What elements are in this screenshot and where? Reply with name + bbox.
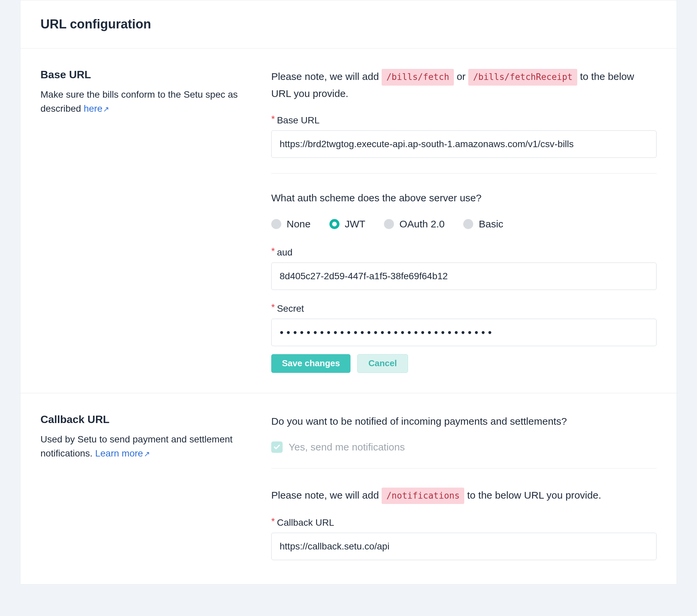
section-callback-url-right: Do you want to be notified of incoming p… (271, 414, 656, 565)
save-changes-button[interactable]: Save changes (271, 354, 351, 373)
divider (271, 468, 656, 468)
auth-scheme-radio-group: None JWT OAuth 2.0 Basic (271, 219, 656, 230)
endpoint-chip-fetch: /bills/fetch (382, 69, 454, 86)
base-url-desc-text: Make sure the bills conform to the Setu … (41, 89, 238, 114)
section-base-url-right: Please note, we will add /bills/fetch or… (271, 69, 656, 373)
base-url-description: Make sure the bills conform to the Setu … (41, 88, 258, 116)
notify-checkbox-row[interactable]: Yes, send me notifications (271, 441, 656, 453)
callback-url-note: Please note, we will add /notifications … (271, 487, 656, 504)
auth-radio-jwt[interactable]: JWT (329, 219, 366, 230)
section-callback-url: Callback URL Used by Setu to send paymen… (20, 393, 677, 585)
required-asterisk: * (271, 114, 275, 124)
base-url-heading: Base URL (41, 69, 258, 81)
base-url-note: Please note, we will add /bills/fetch or… (271, 69, 656, 102)
radio-icon (384, 219, 394, 229)
secret-input[interactable] (271, 319, 656, 346)
auth-radio-oauth[interactable]: OAuth 2.0 (384, 219, 444, 230)
callback-url-heading: Callback URL (41, 414, 258, 426)
aud-field-group: *aud (271, 247, 656, 290)
cancel-button[interactable]: Cancel (357, 354, 408, 373)
radio-icon (271, 219, 281, 229)
callback-url-input[interactable] (271, 533, 656, 560)
auth-scheme-question: What auth scheme does the above server u… (271, 192, 656, 204)
required-asterisk: * (271, 302, 275, 312)
external-link-icon: ↗ (144, 449, 150, 460)
base-url-spec-link[interactable]: here ↗ (84, 103, 109, 114)
aud-input[interactable] (271, 262, 656, 290)
callback-url-description: Used by Setu to send payment and settlem… (41, 432, 258, 461)
endpoint-chip-fetch-receipt: /bills/fetchReceipt (468, 69, 577, 86)
auth-radio-none[interactable]: None (271, 219, 311, 230)
section-callback-url-left: Callback URL Used by Setu to send paymen… (41, 414, 271, 565)
aud-label: *aud (271, 247, 656, 258)
url-configuration-card: URL configuration Base URL Make sure the… (20, 0, 677, 585)
section-base-url: Base URL Make sure the bills conform to … (20, 48, 677, 393)
base-url-field-group: *Base URL (271, 115, 656, 158)
section-base-url-left: Base URL Make sure the bills conform to … (41, 69, 271, 373)
required-asterisk: * (271, 516, 275, 526)
callback-notify-question: Do you want to be notified of incoming p… (271, 414, 656, 430)
radio-icon (329, 219, 340, 229)
endpoint-chip-notifications: /notifications (382, 487, 464, 504)
notify-checkbox-label: Yes, send me notifications (288, 441, 405, 453)
checkbox-icon (271, 441, 283, 453)
card-header: URL configuration (20, 0, 677, 48)
secret-field-group: *Secret (271, 303, 656, 346)
callback-url-field-group: *Callback URL (271, 517, 656, 560)
required-asterisk: * (271, 246, 275, 256)
page-title: URL configuration (41, 17, 656, 31)
auth-radio-basic[interactable]: Basic (463, 219, 503, 230)
secret-label: *Secret (271, 303, 656, 314)
external-link-icon: ↗ (103, 104, 109, 115)
base-url-input[interactable] (271, 131, 656, 158)
callback-url-learn-more-link[interactable]: Learn more ↗ (95, 448, 149, 459)
base-url-label: *Base URL (271, 115, 656, 126)
base-url-button-row: Save changes Cancel (271, 354, 656, 373)
callback-url-label: *Callback URL (271, 517, 656, 528)
divider (271, 173, 656, 174)
radio-icon (463, 219, 473, 229)
